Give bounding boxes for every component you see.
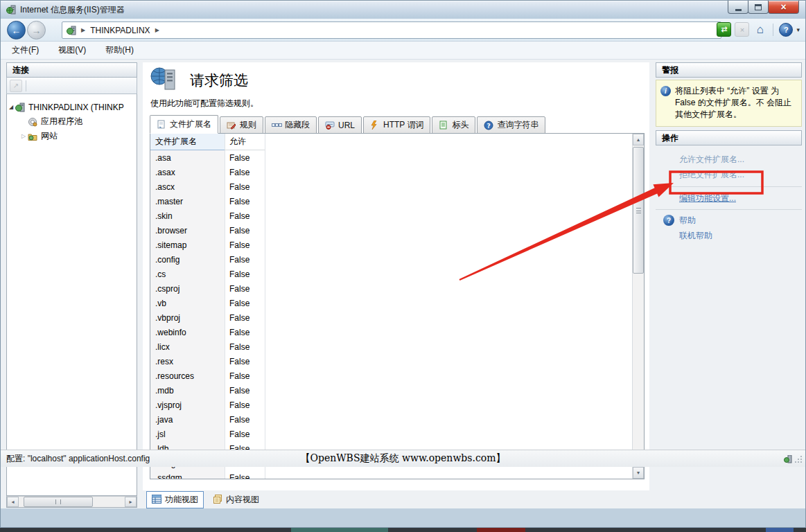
table-row[interactable]: .vb False [150,296,632,310]
tab-query-strings[interactable]: ? 查询字符串 [477,116,545,134]
back-icon: ← [12,25,21,36]
table-row[interactable]: .webinfo False [150,325,632,339]
cell-extension: .skin [150,211,225,221]
cell-extension: .cs [150,269,225,279]
resize-grip[interactable] [795,455,803,465]
scrollbar-thumb[interactable] [633,147,644,274]
alerts-header: 警报 [656,62,802,78]
caret-down-icon[interactable]: ▾ [796,26,800,33]
table-row[interactable]: .asa False [150,150,632,165]
table-row[interactable]: .jsl False [150,427,632,441]
tab-file-extensions[interactable]: 文件扩展名 [150,115,218,134]
address-bar-buttons: ⇄ × ⌂ ? ▾ [717,22,800,37]
action-deny-extension[interactable]: 拒绝文件扩展名... [679,167,802,182]
file-extensions-list: 文件扩展名 ▲ 允许 .asa False [150,133,645,479]
table-row[interactable]: .vjsproj False [150,398,632,412]
svg-text:?: ? [487,122,491,129]
menu-file[interactable]: 文件(F) [12,44,39,56]
cell-allowed: False [225,211,265,221]
help-icon: ? [784,26,789,34]
features-view-icon [152,495,161,504]
forward-button[interactable]: → [27,21,46,39]
table-row[interactable]: .master False [150,194,632,209]
page-title: 请求筛选 [190,71,248,90]
scroll-down-icon[interactable]: ▾ [633,467,644,479]
cell-extension: .vjsproj [150,400,225,410]
tree-item-app-pools[interactable]: 应用程序池 [7,114,137,129]
restart-button[interactable]: ⇄ [717,22,731,37]
menu-help[interactable]: 帮助(H) [105,44,134,56]
list-vertical-scrollbar[interactable]: ▴ ▾ [632,134,644,479]
table-row[interactable]: .config False [150,252,632,267]
table-row[interactable]: .browser False [150,223,632,238]
tab-http-verbs[interactable]: HTTP 谓词 [363,116,430,134]
tab-headers[interactable]: 标头 [432,116,475,134]
column-header-label: 允许 [229,136,246,146]
stop-button-disabled: × [735,22,749,37]
help-button[interactable]: ? [779,23,793,37]
sort-asc-icon: ▲ [183,133,188,148]
table-row[interactable]: .ascx False [150,179,632,194]
tab-content-view[interactable]: 内容视图 [208,492,264,508]
menu-bar: 文件(F) 视图(V) 帮助(H) [1,42,805,60]
table-row[interactable]: .cs False [150,267,632,281]
scroll-right-icon[interactable]: ▸ [125,497,137,507]
request-filtering-panel: 请求筛选 使用此功能可配置筛选规则。 文件扩展名 规则 隐藏段 [143,62,649,490]
desktop-background [0,528,806,532]
table-row[interactable]: .licx False [150,339,632,354]
scrollbar-thumb[interactable] [24,497,93,507]
view-mode-tabs: 功能视图 内容视图 [143,490,264,508]
action-edit-feature-settings[interactable]: 编辑功能设置... [679,190,802,206]
cell-extension: .mdb [150,386,225,396]
scroll-up-icon[interactable]: ▴ [633,134,644,145]
actions-header: 操作 [656,130,802,145]
help-row: ? 帮助 [663,213,802,228]
tab-label: HTTP 谓词 [383,119,423,131]
table-row[interactable]: .java False [150,412,632,427]
action-help[interactable]: 帮助 [679,213,696,228]
table-row[interactable]: .resources False [150,369,632,383]
breadcrumb-arrow-icon[interactable]: ▶ [155,27,159,33]
connections-header: 连接 [6,62,137,78]
maximize-icon [755,4,762,10]
action-online-help[interactable]: 联机帮助 [679,228,802,243]
tab-rules[interactable]: 规则 [220,116,263,134]
table-row[interactable]: .csproj False [150,281,632,296]
scroll-left-icon[interactable]: ◂ [7,497,19,507]
file-extensions-icon [157,120,166,130]
tree-item-server[interactable]: ◢ THINKPADLINX (THINKP [7,100,137,114]
connections-panel: 连接 ↗ ◢ THINKPADLINX (THINKP [6,62,137,508]
connections-horizontal-scrollbar[interactable]: ◂ ▸ [6,496,137,508]
table-row[interactable]: .skin False [150,209,632,223]
home-button[interactable]: ⌂ [753,22,767,37]
alert-message: 将阻止列表中 “允许” 设置 为 False 的文件扩展名。不 会阻止其他文件扩… [675,85,797,121]
table-row[interactable]: .asax False [150,165,632,179]
scrollbar-grip [55,499,61,504]
close-button[interactable]: × [768,1,799,14]
app-icon [6,5,16,15]
table-row[interactable]: .mdb False [150,383,632,398]
cell-allowed: False [225,168,265,177]
cell-extension: .licx [150,342,225,352]
table-row[interactable]: .resx False [150,354,632,369]
expanded-icon[interactable]: ◢ [7,104,15,110]
breadcrumb[interactable]: ▶ THINKPADLINX ▶ [62,21,721,39]
menu-view[interactable]: 视图(V) [58,44,86,56]
tab-hidden-segments[interactable]: 隐藏段 [265,116,317,134]
table-row[interactable]: .ssdgm False [150,470,632,479]
status-bar: 配置: "localhost" applicationHost.config 【… [1,450,805,467]
tree-item-sites[interactable]: ▷ 网站 [7,129,137,143]
action-allow-extension[interactable]: 允许文件扩展名... [679,152,802,167]
list-body: .asa False .asax False .ascx False [150,150,632,479]
minimize-button[interactable] [728,1,748,14]
breadcrumb-server[interactable]: THINKPADLINX [90,26,150,35]
back-button[interactable]: ← [7,21,26,39]
tab-url[interactable]: URL [318,116,362,134]
table-row[interactable]: .vbproj False [150,310,632,325]
tab-features-view[interactable]: 功能视图 [146,491,204,508]
maximize-button[interactable] [748,1,769,14]
column-header-allowed[interactable]: 允许 [225,134,265,150]
table-row[interactable]: .sitemap False [150,238,632,252]
collapsed-icon[interactable]: ▷ [19,133,28,139]
column-header-extension[interactable]: 文件扩展名 ▲ [150,134,225,150]
